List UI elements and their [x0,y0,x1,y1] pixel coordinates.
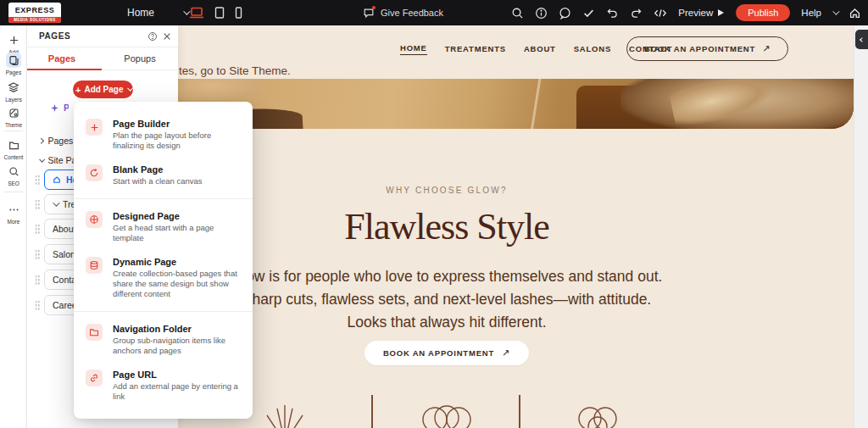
menu-item-desc: Group sub-navigation items like anchors … [113,336,241,356]
pages-panel-title: PAGES [39,31,70,41]
publish-button[interactable]: Publish [736,4,790,21]
chevron-right-icon [38,138,43,143]
express-media-logo[interactable]: EXPRESS MEDIA SOLUTIONS [8,3,61,23]
sidebar-item-content[interactable]: Content [0,137,27,160]
sidebar-item-add[interactable]: Add [0,32,27,55]
drag-handle[interactable] [35,249,40,259]
sidebar-label: Layers [5,97,22,103]
tablet-device-button[interactable] [214,6,225,19]
menu-item-blank-page[interactable]: Blank Page Start with a clean canvas [74,158,253,193]
close-icon[interactable] [162,31,172,42]
drag-handle[interactable] [35,224,40,234]
add-page-button[interactable]: + Add Page [73,81,133,98]
layers-icon [6,80,21,95]
editor-topbar: EXPRESS MEDIA SOLUTIONS Home [0,0,868,25]
book-appointment-nav-label: BOOK AN APPOINTMENT [644,44,755,53]
navigation-folder-icon [86,324,103,341]
menu-item-desc: Add an external page by entering a link [113,381,241,402]
sidebar-divider [4,131,23,131]
redo-icon[interactable] [630,7,643,19]
home-icon [53,175,61,184]
mobile-device-button[interactable] [234,6,243,19]
more-dots-icon [6,202,21,217]
info-icon[interactable] [535,7,548,19]
undo-icon[interactable] [606,7,619,19]
menu-item-title: Designed Page [113,211,241,221]
menu-item-dynamic-page[interactable]: Dynamic Page Create collection-based pag… [74,250,253,306]
sidebar-item-pages[interactable]: Pages [0,53,27,75]
sidebar-item-layers[interactable]: Layers [0,80,27,103]
plus-icon [6,32,21,47]
sidebar-item-seo[interactable]: SEO [0,164,27,186]
sidebar-label: Theme [5,122,22,128]
menu-item-page-url[interactable]: Page URL Add an external page by enterin… [74,363,253,409]
pages-panel-tabs: Pages Popups [27,47,178,70]
site-nav-salons[interactable]: SALONS [574,44,611,55]
arrow-up-right-icon: ↗ [502,347,510,359]
help-circle-icon[interactable] [147,31,158,42]
chevron-down-icon [53,199,59,206]
sparkle-icon [50,103,59,113]
logo-line1: EXPRESS [8,3,61,17]
drag-handle[interactable] [35,300,40,310]
body-line-3: Looks that always hit different. [231,311,663,334]
help-menu[interactable]: Help [801,8,821,18]
section-eyebrow: WHY CHOOSE GLOW? [386,186,507,195]
page-selector[interactable]: Home [127,0,188,25]
rings-ornament [417,392,476,428]
active-tab-underline [27,69,102,70]
pages-icon [6,53,21,68]
menu-divider [74,311,253,312]
sidebar-divider [4,192,23,192]
give-feedback-button[interactable]: Give Feedback [363,0,443,25]
menu-item-desc: Plan the page layout before finalizing i… [113,131,241,151]
drag-handle[interactable] [35,275,40,285]
home-dashboard-icon[interactable] [849,7,861,19]
overlap-circles-ornament [570,392,626,428]
preview-label: Preview [678,8,713,18]
tab-pages[interactable]: Pages [48,53,75,64]
play-icon [717,8,725,17]
menu-item-designed-page[interactable]: Designed Page Get a head start with a pa… [74,204,253,250]
site-theme-note-text: tes, go to Site Theme. [179,64,291,77]
search-icon[interactable] [511,7,524,19]
book-appointment-nav-button[interactable]: BOOK AN APPOINTMENT ↗ [626,36,788,61]
ai-suggestion-row[interactable]: P [50,103,69,113]
blank-page-icon [86,164,103,181]
notification-dot [372,6,376,9]
canvas-scroll-gutter[interactable] [854,25,868,428]
menu-item-title: Page URL [113,370,241,380]
section-heading: Flawless Style [344,205,548,248]
site-nav-about[interactable]: ABOUT [524,44,556,55]
sidebar-item-theme[interactable]: Theme [0,105,27,128]
drag-handle[interactable] [35,199,40,209]
menu-item-title: Dynamic Page [113,257,241,267]
chevron-down-icon[interactable] [832,8,839,14]
collapse-panel-tab[interactable] [855,30,868,49]
page-item-label: About [53,224,75,234]
logo-line2: MEDIA SOLUTIONS [8,17,61,23]
book-appointment-cta-button[interactable]: BOOK AN APPOINTMENT ↗ [364,341,529,365]
seo-search-icon [6,164,21,179]
drag-handle[interactable] [35,175,40,185]
theme-icon [6,105,21,120]
site-nav-treatments[interactable]: TREATMENTS [445,44,506,55]
folder-icon [6,137,21,153]
code-icon[interactable] [654,7,667,19]
sidebar-item-more[interactable]: More [0,202,27,225]
topbar-actions: Preview Publish Help [511,0,861,25]
plus-icon: + [75,85,81,95]
device-switcher [188,0,243,25]
save-check-icon[interactable] [582,7,595,19]
desktop-device-button[interactable] [188,5,205,20]
site-nav-home[interactable]: HOME [400,43,427,55]
sidebar-label: Content [4,154,24,160]
sidebar-label: Pages [6,69,21,75]
menu-item-navigation-folder[interactable]: Navigation Folder Group sub-navigation i… [74,317,253,363]
menu-item-title: Blank Page [113,164,241,175]
comments-icon[interactable] [559,7,571,19]
preview-button[interactable]: Preview [678,8,725,18]
tab-popups[interactable]: Popups [124,53,155,64]
book-appointment-cta-label: BOOK AN APPOINTMENT [383,348,494,358]
menu-item-page-builder[interactable]: Page Builder Plan the page layout before… [74,112,253,158]
